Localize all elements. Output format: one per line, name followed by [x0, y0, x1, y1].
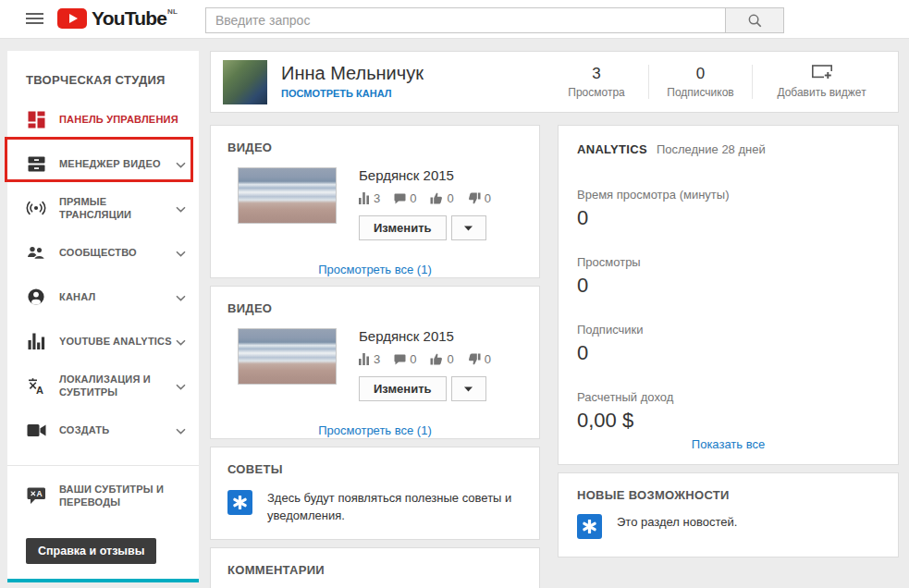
show-all-link[interactable]: Показать все	[692, 437, 765, 451]
views-stat: 3 Просмотра	[545, 65, 648, 99]
dislikes-mini-stat: 0	[468, 352, 491, 366]
caret-down-icon	[464, 386, 473, 392]
sidebar-item-community[interactable]: СООБЩЕСТВО	[7, 230, 199, 275]
comments-title: КОММЕНТАРИИ	[227, 563, 522, 577]
subscribers-count: 0	[649, 65, 752, 83]
youtube-logo-text: YouTube	[92, 7, 166, 30]
likes-mini-stat: 0	[430, 191, 453, 205]
video-stats: 3 0 0 0	[359, 191, 505, 205]
sidebar-item-label: КАНАЛ	[59, 290, 172, 303]
sidebar: ТВОРЧЕСКАЯ СТУДИЯ ПАНЕЛЬ УПРАВЛЕНИЯ МЕНЕ…	[7, 51, 199, 582]
chevron-down-icon	[176, 155, 186, 172]
tips-text: Здесь будут появляться полезные советы и…	[267, 490, 522, 525]
sidebar-item-label: СООБЩЕСТВО	[59, 246, 172, 259]
metric-value: 0	[577, 274, 879, 298]
edit-button[interactable]: Изменить	[359, 215, 447, 240]
search-button[interactable]	[725, 7, 784, 33]
subscribers-label: Подписчиков	[649, 86, 752, 99]
header-stats: 3 Просмотра 0 Подписчиков Добавить видже…	[545, 58, 891, 106]
news-star-icon	[577, 514, 602, 539]
thumb-down-icon	[468, 353, 481, 365]
metric-value: 0	[577, 341, 879, 365]
edit-dropdown-button[interactable]	[451, 215, 486, 240]
section-title: ВИДЕО	[227, 301, 522, 315]
chevron-down-icon	[176, 333, 186, 349]
sidebar-item-label: ЛОКАЛИЗАЦИЯ И СУБТИТРЫ	[59, 373, 172, 399]
view-all-link[interactable]: Просмотреть все (1)	[318, 423, 432, 437]
search-input[interactable]	[205, 7, 726, 33]
sidebar-item-channel[interactable]: КАНАЛ	[7, 275, 199, 319]
live-streaming-icon	[26, 198, 46, 218]
channel-avatar[interactable]	[223, 60, 267, 104]
sidebar-item-label: ПАНЕЛЬ УПРАВЛЕНИЯ	[59, 113, 186, 126]
sidebar-item-label: ПРЯМЫЕ ТРАНСЛЯЦИИ	[59, 195, 172, 222]
sidebar-item-localization-subtitles[interactable]: A ЛОКАЛИЗАЦИЯ И СУБТИТРЫ	[7, 363, 199, 408]
mini-chart-icon	[359, 192, 370, 204]
channel-icon	[26, 287, 46, 307]
video-title[interactable]: Бердянск 2015	[359, 328, 505, 344]
video-thumbnail[interactable]	[238, 328, 337, 385]
add-widget-button[interactable]: Добавить виджет	[752, 65, 891, 99]
sidebar-item-label: ВАШИ СУБТИТРЫ И ПЕРЕВОДЫ	[59, 483, 186, 509]
video-title[interactable]: Бердянск 2015	[359, 167, 505, 183]
metric-label: Подписчики	[577, 323, 879, 337]
search-bar	[205, 7, 784, 33]
edit-button[interactable]: Изменить	[359, 376, 447, 401]
video-stats: 3 0 0 0	[359, 352, 505, 366]
create-camera-icon	[26, 420, 46, 440]
sidebar-item-live-streaming[interactable]: ПРЯМЫЕ ТРАНСЛЯЦИИ	[7, 186, 199, 230]
sidebar-item-label: МЕНЕДЖЕР ВИДЕО	[59, 157, 172, 170]
metric-value: 0,00 $	[577, 409, 879, 433]
topbar: YouTube NL	[0, 0, 909, 39]
views-mini-stat: 3	[359, 352, 380, 366]
chevron-down-icon	[176, 288, 186, 305]
video-section-card: ВИДЕО Бердянск 2015 3 0 0 0	[210, 125, 540, 278]
sidebar-item-create[interactable]: СОЗДАТЬ	[7, 408, 199, 452]
comment-icon	[394, 354, 406, 365]
chevron-down-icon	[176, 377, 186, 394]
likes-mini-stat: 0	[430, 352, 453, 366]
menu-hamburger-icon[interactable]	[26, 13, 43, 26]
youtube-logo[interactable]: YouTube NL	[57, 7, 177, 30]
comment-icon	[394, 193, 406, 204]
view-channel-link[interactable]: ПОСМОТРЕТЬ КАНАЛ	[281, 88, 391, 99]
mini-chart-icon	[359, 353, 370, 365]
sidebar-item-label: YOUTUBE ANALYTICS	[59, 335, 172, 348]
help-feedback-button[interactable]: Справка и отзывы	[26, 538, 156, 564]
sidebar-item-dashboard[interactable]: ПАНЕЛЬ УПРАВЛЕНИЯ	[7, 97, 199, 141]
metric-label: Время просмотра (минуты)	[577, 188, 879, 202]
sidebar-item-video-manager[interactable]: МЕНЕДЖЕР ВИДЕО	[7, 141, 199, 186]
chevron-down-icon	[176, 244, 186, 261]
dislikes-mini-stat: 0	[468, 191, 491, 205]
video-thumbnail[interactable]	[238, 167, 337, 224]
edit-dropdown-button[interactable]	[451, 376, 486, 401]
studio-title: ТВОРЧЕСКАЯ СТУДИЯ	[7, 51, 199, 97]
video-manager-icon	[26, 153, 46, 174]
svg-text:A: A	[36, 489, 42, 498]
thumb-up-icon	[430, 353, 443, 365]
subscribers-stat: 0 Подписчиков	[648, 65, 752, 99]
add-widget-icon	[812, 65, 832, 80]
sidebar-item-label: СОЗДАТЬ	[59, 423, 172, 436]
caret-down-icon	[464, 226, 473, 231]
sidebar-item-youtube-analytics[interactable]: YOUTUBE ANALYTICS	[7, 319, 199, 363]
comments-mini-stat: 0	[394, 191, 416, 205]
analytics-title: ANALYTICS	[577, 142, 647, 156]
analytics-card: ANALYTICS Последние 28 дней Время просмо…	[558, 125, 899, 465]
news-text: Это раздел новостей.	[617, 514, 737, 539]
view-all-link[interactable]: Просмотреть все (1)	[318, 263, 432, 276]
metric-label: Просмотры	[577, 255, 879, 269]
search-icon	[747, 13, 763, 29]
chevron-down-icon	[176, 422, 186, 438]
thumb-up-icon	[430, 192, 443, 204]
news-card: НОВЫЕ ВОЗМОЖНОСТИ Это раздел новостей.	[558, 472, 899, 557]
tip-star-icon	[227, 490, 252, 515]
section-title: ВИДЕО	[227, 141, 522, 154]
sidebar-item-your-subtitles[interactable]: A ВАШИ СУБТИТРЫ И ПЕРЕВОДЫ	[7, 466, 199, 518]
metric-label: Расчетный доход	[577, 390, 879, 404]
svg-text:A: A	[36, 385, 43, 395]
chevron-down-icon	[176, 200, 186, 216]
translate-icon: A	[26, 375, 46, 396]
news-title: НОВЫЕ ВОЗМОЖНОСТИ	[577, 488, 879, 502]
tips-title: СОВЕТЫ	[227, 462, 522, 476]
